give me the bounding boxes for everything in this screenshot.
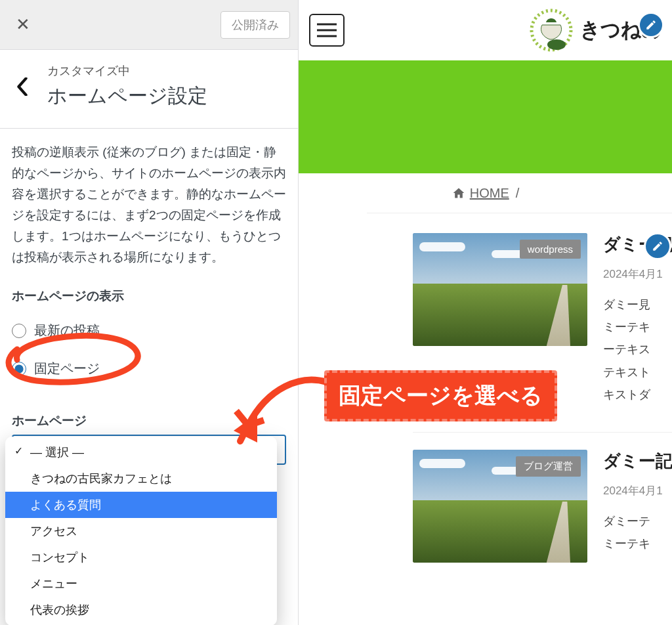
breadcrumb: HOME / — [299, 173, 672, 213]
edit-content-button[interactable] — [644, 232, 671, 260]
hamburger-icon — [317, 23, 337, 37]
back-button[interactable] — [9, 74, 35, 100]
hero-area — [299, 60, 672, 173]
post-tag: ブログ運営 — [516, 456, 581, 477]
radio-latest-input[interactable] — [12, 324, 26, 338]
post-thumbnail: ブログ運営 — [413, 450, 587, 563]
preview-pane: きつねの HOME / wordpress ダミー記 2024年4月1 ダミー見… — [299, 0, 672, 625]
radio-latest-posts[interactable]: 最新の投稿 — [12, 316, 286, 354]
post-title: ダミー記 — [603, 450, 672, 473]
customizing-label: カスタマイズ中 — [47, 63, 207, 79]
close-button[interactable]: ✕ — [8, 10, 38, 40]
breadcrumb-separator: / — [516, 186, 520, 201]
breadcrumb-home-link[interactable]: HOME — [452, 186, 509, 201]
dropdown-item[interactable]: コンセプト — [5, 544, 277, 571]
dropdown-item[interactable]: よくある質問 — [5, 492, 277, 518]
post-row[interactable]: wordpress ダミー記 2024年4月1 ダミー見ミーテキーテキステキスト… — [413, 216, 672, 432]
dropdown-item[interactable]: メニュー — [5, 571, 277, 597]
radio-latest-label: 最新の投稿 — [34, 320, 100, 342]
home-icon — [452, 186, 466, 200]
pencil-icon — [652, 240, 663, 252]
preview-header: きつねの — [299, 0, 672, 60]
site-logo-icon — [529, 8, 574, 53]
homepage-dropdown[interactable]: — 選択 —きつねの古民家カフェとはよくある質問アクセスコンセプトメニュー代表の… — [5, 437, 277, 625]
hamburger-button[interactable] — [309, 14, 345, 47]
post-date: 2024年4月1 — [603, 267, 672, 282]
post-excerpt: ダミー見ミーテキーテキステキストキストダ — [603, 293, 672, 406]
close-icon: ✕ — [16, 14, 30, 35]
section-description: 投稿の逆順表示 (従来のブログ) または固定・静的なページから、サイトのホームペ… — [12, 142, 286, 267]
pencil-icon — [645, 19, 657, 31]
post-tag: wordpress — [520, 240, 581, 259]
customizer-toolbar: ✕ 公開済み — [0, 0, 298, 50]
dropdown-item[interactable]: — 選択 — — [5, 439, 277, 465]
display-label: ホームページの表示 — [12, 286, 286, 307]
breadcrumb-home-label: HOME — [470, 186, 509, 201]
section-body: 投稿の逆順表示 (従来のブログ) または固定・静的なページから、サイトのホームペ… — [0, 129, 298, 478]
dropdown-item[interactable]: 代表の挨拶 — [5, 597, 277, 623]
edit-header-button[interactable] — [638, 12, 664, 38]
post-row[interactable]: ブログ運営 ダミー記 2024年4月1 ダミーテミーテキ — [413, 432, 672, 589]
dropdown-item[interactable]: アクセス — [5, 518, 277, 544]
post-thumbnail: wordpress — [413, 233, 587, 346]
radio-page-label: 固定ページ — [34, 358, 100, 380]
radio-static-page[interactable]: 固定ページ — [12, 354, 286, 392]
post-excerpt: ダミーテミーテキ — [603, 510, 672, 555]
section-header: カスタマイズ中 ホームページ設定 — [0, 50, 298, 129]
post-date: 2024年4月1 — [603, 483, 672, 498]
section-title: ホームページ設定 — [47, 83, 207, 110]
published-button[interactable]: 公開済み — [220, 11, 290, 39]
customizer-sidebar: ✕ 公開済み カスタマイズ中 ホームページ設定 投稿の逆順表示 (従来のブログ)… — [0, 0, 299, 625]
dropdown-item[interactable]: きつねの古民家カフェとは — [5, 465, 277, 492]
radio-page-input[interactable] — [12, 362, 26, 376]
post-list: wordpress ダミー記 2024年4月1 ダミー見ミーテキーテキステキスト… — [367, 213, 672, 589]
chevron-left-icon — [16, 77, 28, 96]
display-radio-group: 最新の投稿 固定ページ — [12, 316, 286, 391]
homepage-label: ホームページ — [12, 410, 286, 431]
